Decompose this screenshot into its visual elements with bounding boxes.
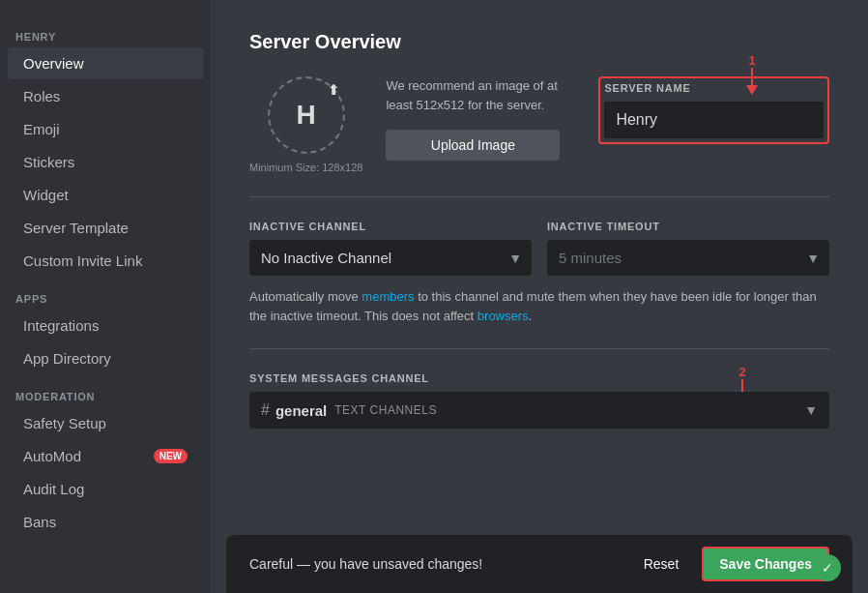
avatar-container: ⬆ H Minimum Size: 128x128 [249, 76, 362, 173]
save-bar: Careful — you have unsaved changes! Rese… [226, 535, 853, 593]
inactive-timeout-col: INACTIVE TIMEOUT 5 minutes ▼ [547, 221, 829, 276]
system-messages-channel-select[interactable]: # general TEXT CHANNELS ▼ [249, 392, 829, 429]
sidebar-item-stickers[interactable]: Stickers [8, 146, 203, 178]
inactive-timeout-select-wrapper: 5 minutes ▼ [547, 240, 829, 276]
sidebar-item-overview[interactable]: Overview [8, 47, 203, 79]
upload-image-button[interactable]: Upload Image [386, 130, 560, 161]
sidebar-item-roles[interactable]: Roles [8, 80, 203, 112]
channel-hash-icon: # [261, 401, 270, 419]
inactive-channel-select[interactable]: No Inactive Channel [249, 240, 532, 276]
sidebar-apps-section: APPS [0, 278, 211, 309]
upload-icon: ⬆ [328, 82, 339, 98]
system-messages-label: SYSTEM MESSAGES CHANNEL [249, 372, 829, 384]
system-messages-section: 2 SYSTEM MESSAGES CHANNEL # general TEXT… [249, 372, 829, 429]
sidebar-moderation-section: MODERATION [0, 375, 211, 406]
sidebar-item-automod[interactable]: AutoMod NEW [8, 440, 203, 472]
inactive-timeout-select[interactable]: 5 minutes [547, 240, 829, 276]
automod-badge: NEW [154, 449, 188, 463]
inactive-hint-text: Automatically move members to this chann… [249, 287, 829, 325]
avatar-info-block: We recommend an image of at least 512x51… [386, 76, 560, 161]
sidebar-item-widget[interactable]: Widget [8, 179, 203, 211]
server-name-box: SERVER NAME [598, 76, 829, 144]
server-name-label: SERVER NAME [604, 82, 824, 94]
checkmark-icon: ✓ [814, 554, 841, 581]
sidebar-item-custom-invite[interactable]: Custom Invite Link [8, 245, 203, 277]
sidebar-item-audit-log[interactable]: Audit Log [8, 473, 203, 505]
sidebar-item-emoji[interactable]: Emoji [8, 113, 203, 145]
page-title: Server Overview [249, 31, 829, 53]
sidebar-server-name: HENRY [0, 15, 211, 46]
save-changes-button[interactable]: Save Changes [702, 547, 829, 581]
overview-top: ⬆ H Minimum Size: 128x128 We recommend a… [249, 76, 829, 173]
divider-1 [249, 196, 829, 197]
save-bar-spacer [249, 429, 829, 487]
inactive-channel-col: INACTIVE CHANNEL No Inactive Channel ▼ [249, 221, 532, 276]
server-name-input[interactable] [604, 102, 824, 138]
divider-2 [249, 348, 829, 349]
sidebar-item-safety-setup[interactable]: Safety Setup [8, 407, 203, 439]
inactive-timeout-label: INACTIVE TIMEOUT [547, 221, 829, 232]
avatar-min-size: Minimum Size: 128x128 [249, 162, 362, 173]
avatar[interactable]: ⬆ H [268, 76, 345, 154]
channel-chevron-icon: ▼ [804, 402, 818, 418]
server-name-section: SERVER NAME [598, 76, 829, 144]
reset-button[interactable]: Reset [628, 549, 695, 579]
inactive-channel-select-wrapper: No Inactive Channel ▼ [249, 240, 532, 276]
sidebar: HENRY Overview Roles Emoji Stickers Widg… [0, 0, 211, 593]
inactive-channel-section: INACTIVE CHANNEL No Inactive Channel ▼ I… [249, 221, 829, 276]
sidebar-item-server-template[interactable]: Server Template [8, 212, 203, 244]
channel-name: general [275, 402, 327, 419]
channel-type: TEXT CHANNELS [334, 403, 437, 417]
inactive-channel-label: INACTIVE CHANNEL [249, 221, 532, 232]
save-bar-text: Careful — you have unsaved changes! [249, 556, 628, 572]
sidebar-item-bans[interactable]: Bans [8, 506, 203, 538]
sidebar-item-app-directory[interactable]: App Directory [8, 342, 203, 374]
main-content: 1 Server Overview ⬆ H Minimum Size: 128x… [211, 0, 868, 593]
sidebar-item-integrations[interactable]: Integrations [8, 310, 203, 341]
avatar-recommendation: We recommend an image of at least 512x51… [386, 76, 560, 114]
